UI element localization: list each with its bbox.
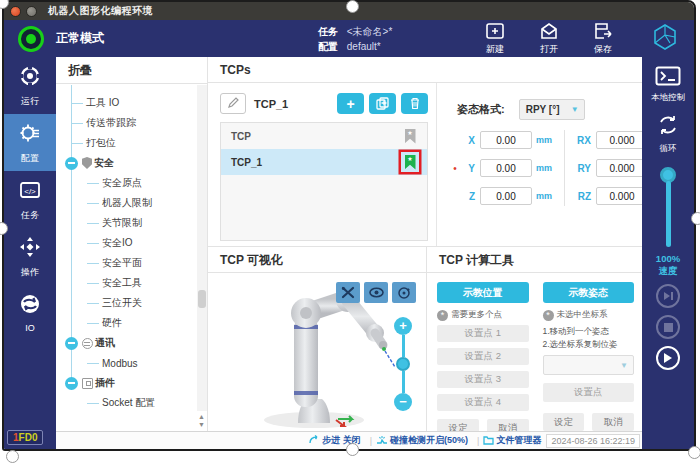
sidebar-item-io[interactable]: IO [4, 285, 56, 339]
set-point-button[interactable]: 设置点 4 [437, 394, 529, 411]
axis-value-input[interactable] [480, 159, 532, 177]
tree-item[interactable]: 机器人限制 [56, 193, 196, 213]
tree-item[interactable]: 三位开关 [56, 293, 196, 313]
annotation-handle [6, 450, 19, 463]
window-minimize-button[interactable] [26, 6, 37, 17]
zoom-slider-knob[interactable] [396, 357, 410, 371]
status-code-badge: 1FD0 [7, 430, 43, 445]
file-manager-link[interactable]: 文件管理器 [483, 434, 541, 447]
required-marker: • [451, 163, 459, 174]
sidebar-item-config[interactable]: 配置 [4, 114, 56, 171]
collision-icon [376, 435, 390, 447]
tree-item[interactable]: 传送带跟踪 [56, 113, 196, 133]
asterisk-hint-icon: * [543, 310, 554, 321]
bookmark-icon[interactable] [405, 129, 416, 144]
tree-item[interactable]: 安全平面 [56, 253, 196, 273]
save-task-button[interactable]: 保存 [586, 21, 620, 56]
tree-item[interactable]: 硬件 [56, 313, 196, 333]
tree-item[interactable]: Socket 配置 [56, 393, 196, 411]
axis-value-input[interactable] [480, 187, 532, 205]
annotation-handle [691, 212, 700, 225]
axis-value-input[interactable] [596, 159, 648, 177]
tree-item[interactable] [56, 85, 196, 93]
annotation-handle [688, 446, 700, 459]
duplicate-tcp-button[interactable] [369, 93, 396, 114]
pose-format-dropdown[interactable]: RPY [°] ▼ [519, 99, 585, 120]
set-point-button[interactable]: 设置点 3 [437, 371, 529, 388]
open-file-icon [539, 22, 559, 42]
sidebar-item-operate[interactable]: 操作 [4, 228, 56, 285]
frame-select-dropdown[interactable]: ▼ [543, 355, 635, 375]
tree-item[interactable]: 安全原点 [56, 173, 196, 193]
task-label: 任务 [318, 26, 338, 37]
tree-item[interactable]: 安全 [56, 153, 196, 173]
header-actions: 新建 打开 保存 [478, 21, 620, 56]
current-tcp-name: TCP_1 [254, 98, 288, 110]
eye-icon[interactable] [364, 282, 388, 303]
reset-view-icon[interactable] [392, 282, 416, 303]
zoom-in-button[interactable]: + [394, 317, 412, 335]
tree-item[interactable]: Modbus [56, 353, 196, 373]
tcp-list-row[interactable]: TCP_1 [221, 149, 427, 175]
tree-scroll-arrows[interactable]: ▲▼ [196, 413, 207, 429]
tcp-list-row[interactable]: TCP [221, 123, 427, 149]
collapse-minus-icon[interactable] [65, 337, 78, 350]
chevron-down-icon: ▼ [571, 105, 579, 114]
loop-toggle-button[interactable]: 循环 [655, 113, 681, 155]
tree-item-icon [82, 157, 92, 169]
teach-position-button[interactable]: 示教位置 [437, 282, 529, 303]
tree-item-label: 安全平面 [102, 256, 142, 270]
tree-item[interactable]: 关节限制 [56, 213, 196, 233]
pose-set-point-button[interactable]: 设置点 [543, 383, 635, 402]
tcps-panel-title: TCPs [208, 57, 642, 83]
step-forward-button[interactable] [656, 284, 680, 308]
open-task-button[interactable]: 打开 [532, 21, 566, 56]
sidebar-item-task[interactable]: </> 任务 [4, 171, 56, 228]
tcp-list: TCP TCP_1 [220, 122, 428, 241]
tree-item[interactable]: 通讯 [56, 333, 196, 353]
collapse-minus-icon[interactable] [65, 377, 78, 390]
tree-item-label: 通讯 [95, 336, 115, 350]
app-window: 机器人图形化编程环境 正常模式 任务 <未命名>* 配置 default* [2, 0, 696, 451]
rename-tcp-button[interactable] [220, 93, 246, 114]
annotation-handle [346, 0, 359, 13]
sidebar-item-run[interactable]: 运行 [4, 57, 56, 114]
robot-3d-view[interactable]: + − [208, 273, 426, 431]
bookmark-icon[interactable] [405, 155, 416, 170]
tree-item[interactable]: 安全IO [56, 233, 196, 253]
axis-value-input[interactable] [596, 131, 648, 149]
pose-cancel-button[interactable]: 取消 [592, 413, 634, 431]
tree-item-label: 插件 [95, 376, 115, 390]
new-task-button[interactable]: 新建 [478, 21, 512, 56]
teach-pose-button[interactable]: 示教姿态 [543, 282, 635, 303]
mode-status-icon [18, 26, 44, 52]
pose-field-row: • Y mm [451, 158, 554, 178]
play-button[interactable] [656, 346, 680, 370]
stop-button[interactable] [656, 315, 680, 339]
local-control-button[interactable]: 本地控制 [651, 66, 685, 104]
set-point-button[interactable]: 设置点 2 [437, 348, 529, 365]
speed-slider[interactable] [660, 167, 676, 247]
tree-item-label: 安全原点 [102, 176, 142, 190]
delete-tcp-button[interactable] [401, 93, 428, 114]
zoom-out-button[interactable]: − [394, 393, 412, 411]
pose-hint: * 未选中坐标系 [543, 309, 635, 321]
tree-item[interactable]: 插件 [56, 373, 196, 393]
tools-icon[interactable] [336, 282, 360, 303]
tree-item[interactable]: 安全工具 [56, 273, 196, 293]
window-close-button[interactable] [10, 6, 21, 17]
axis-value-input[interactable] [480, 131, 532, 149]
tree-item[interactable]: 打包位 [56, 133, 196, 153]
tree-item[interactable]: 工具 IO [56, 93, 196, 113]
pose-confirm-button[interactable]: 设定 [543, 413, 585, 431]
add-tcp-button[interactable]: + [337, 93, 364, 114]
pose-step-1: 1.移动到一个姿态 [543, 325, 635, 338]
tree-scrollbar-thumb[interactable] [198, 290, 206, 308]
tree-collapse-header[interactable]: 折叠 [56, 57, 207, 84]
set-point-button[interactable]: 设置点 1 [437, 325, 529, 342]
axis-value-input[interactable] [596, 187, 648, 205]
collapse-minus-icon[interactable] [65, 157, 78, 170]
collision-detection-status[interactable]: 碰撞检测开启(50%) [376, 434, 468, 447]
tree-scrollbar[interactable] [197, 85, 207, 411]
tree-item-label: 打包位 [86, 136, 116, 150]
